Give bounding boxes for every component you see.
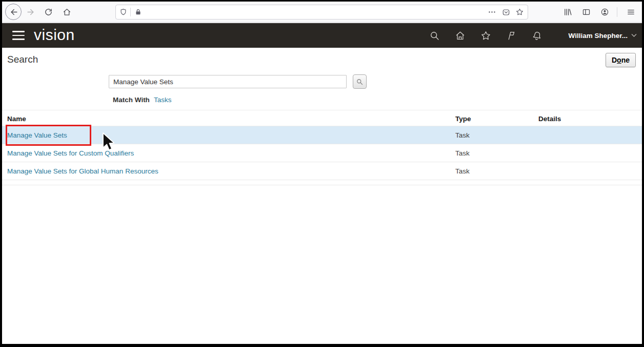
table-row[interactable]: Manage Value Sets for Custom Qualifiers …: [2, 144, 642, 162]
search-go-button[interactable]: [353, 74, 367, 89]
header-search-button[interactable]: [421, 23, 447, 48]
done-button[interactable]: Done: [606, 53, 636, 67]
toolbar-separator: [617, 7, 617, 17]
match-with-tasks-link[interactable]: Tasks: [154, 96, 172, 104]
pocket-icon[interactable]: [499, 5, 513, 19]
forward-button[interactable]: [23, 4, 39, 20]
table-row[interactable]: Manage Value Sets Task: [2, 126, 642, 144]
hamburger-menu-icon: [12, 31, 25, 32]
sidebar-button[interactable]: [578, 4, 594, 21]
row-type-cell: Task: [455, 126, 470, 144]
task-link-manage-value-sets-custom-qualifiers[interactable]: Manage Value Sets for Custom Qualifiers: [7, 149, 134, 157]
row-name-cell: Manage Value Sets for Global Human Resou…: [7, 162, 158, 180]
page-actions: [485, 5, 527, 19]
search-icon: [429, 30, 440, 41]
task-link-manage-value-sets-global-hr[interactable]: Manage Value Sets for Global Human Resou…: [7, 167, 158, 175]
account-button[interactable]: [596, 4, 613, 21]
magnifier-icon: [356, 78, 364, 86]
browser-menu-button[interactable]: [622, 4, 639, 21]
browser-toolbar: [2, 2, 642, 23]
bell-icon: [532, 30, 542, 41]
library-icon: [564, 8, 572, 16]
library-button[interactable]: [559, 4, 576, 21]
row-name-cell: Manage Value Sets: [7, 126, 67, 144]
column-header-details: Details: [538, 110, 561, 127]
column-header-type: Type: [455, 110, 471, 127]
home-icon: [455, 30, 466, 41]
header-home-button[interactable]: [447, 23, 473, 48]
results-header-row: Name Type Details: [2, 110, 642, 126]
done-label: D: [612, 56, 617, 64]
forward-arrow-icon: [27, 8, 35, 16]
chevron-down-icon: [628, 33, 637, 37]
account-icon: [600, 8, 609, 16]
hamburger-menu-icon: [627, 8, 635, 16]
browser-window: vision William Shepher..: [2, 2, 642, 344]
back-button[interactable]: [5, 4, 22, 20]
column-header-name: Name: [7, 110, 26, 127]
header-favorites-button[interactable]: [473, 23, 498, 48]
sidebar-icon: [582, 8, 591, 16]
more-actions-ellipsis-icon[interactable]: [485, 5, 499, 19]
user-name: William Shepher...: [569, 32, 628, 40]
bookmark-star-icon[interactable]: [513, 5, 527, 19]
app-header: vision William Shepher..: [2, 23, 642, 48]
hamburger-menu-icon: [12, 35, 25, 36]
tracking-protection-shield-icon[interactable]: [116, 5, 130, 19]
star-icon: [480, 30, 491, 41]
match-with-row: Match With Tasks: [113, 96, 171, 104]
reload-icon: [44, 8, 53, 16]
toolbar-right-cluster: [557, 4, 639, 21]
home-button[interactable]: [58, 4, 75, 20]
screenshot-frame: vision William Shepher..: [0, 0, 644, 347]
hamburger-menu-icon: [12, 38, 25, 40]
header-flag-button[interactable]: [498, 23, 524, 48]
search-input[interactable]: [109, 75, 347, 88]
page-title: Search: [7, 54, 38, 65]
table-row[interactable]: Manage Value Sets for Global Human Resou…: [2, 162, 642, 180]
url-bar[interactable]: [115, 5, 528, 20]
user-menu[interactable]: William Shepher...: [569, 23, 637, 48]
home-icon: [63, 8, 71, 16]
header-icon-group: [421, 23, 550, 48]
reload-button[interactable]: [40, 4, 56, 20]
match-with-label: Match With: [113, 96, 150, 104]
done-label-accesskey: o: [617, 56, 621, 64]
brand-logo[interactable]: vision: [34, 26, 75, 44]
lock-icon[interactable]: [131, 5, 145, 19]
back-arrow-icon: [9, 8, 18, 16]
task-link-manage-value-sets[interactable]: Manage Value Sets: [7, 131, 67, 139]
row-name-cell: Manage Value Sets for Custom Qualifiers: [7, 144, 134, 162]
row-type-cell: Task: [455, 162, 470, 180]
results-table: Name Type Details Manage Value Sets Task…: [2, 110, 642, 180]
table-end-divider: [2, 185, 642, 185]
navigator-menu-button[interactable]: [12, 31, 25, 40]
done-label: ne: [621, 56, 630, 64]
header-notifications-button[interactable]: [524, 23, 550, 48]
flag-icon: [506, 30, 517, 41]
row-type-cell: Task: [455, 144, 470, 162]
